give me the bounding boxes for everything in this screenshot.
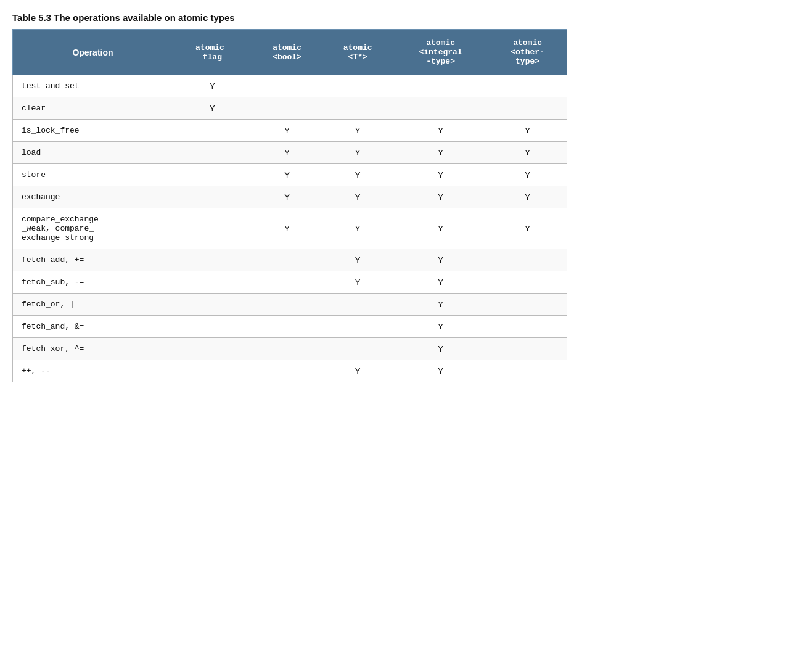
atomic_flag-cell	[173, 294, 252, 316]
atomic_bool-cell: Y	[252, 208, 322, 249]
atomic_other-cell	[488, 75, 567, 97]
operation-cell: compare_exchange_weak, compare_exchange_…	[13, 208, 173, 249]
operation-cell: fetch_sub, -=	[13, 271, 173, 294]
col-header-atomic-integral: atomic<integral-type>	[393, 30, 488, 75]
atomic_Tstar-cell	[322, 294, 393, 316]
table-row: ++, --YY	[13, 360, 567, 382]
atomic_other-cell: Y	[488, 142, 567, 164]
atomic_flag-cell: Y	[173, 75, 252, 97]
atomic_integral-cell: Y	[393, 142, 488, 164]
table-row: compare_exchange_weak, compare_exchange_…	[13, 208, 567, 249]
atomic_Tstar-cell: Y	[322, 360, 393, 382]
table-row: test_and_setY	[13, 75, 567, 97]
atomic_integral-cell: Y	[393, 360, 488, 382]
atomic_bool-cell	[252, 360, 322, 382]
atomic_Tstar-cell	[322, 75, 393, 97]
atomic_other-cell	[488, 316, 567, 338]
atomic_Tstar-cell: Y	[322, 249, 393, 271]
atomic_other-cell	[488, 249, 567, 271]
table-row: fetch_add, +=YY	[13, 249, 567, 271]
atomic_Tstar-cell	[322, 338, 393, 360]
atomic_other-cell	[488, 360, 567, 382]
atomic_bool-cell	[252, 294, 322, 316]
table-row: exchangeYYYY	[13, 186, 567, 208]
atomic_flag-cell	[173, 316, 252, 338]
atomic_flag-cell	[173, 208, 252, 249]
atomic_bool-cell: Y	[252, 186, 322, 208]
atomic_other-cell: Y	[488, 208, 567, 249]
atomic_bool-cell	[252, 316, 322, 338]
operation-cell: fetch_and, &=	[13, 316, 173, 338]
atomic_integral-cell: Y	[393, 120, 488, 142]
atomic_bool-cell	[252, 338, 322, 360]
atomic_integral-cell: Y	[393, 271, 488, 294]
atomic_flag-cell	[173, 120, 252, 142]
atomic_flag-cell	[173, 338, 252, 360]
atomic_other-cell: Y	[488, 164, 567, 186]
atomic_flag-cell: Y	[173, 97, 252, 120]
atomic_integral-cell: Y	[393, 186, 488, 208]
col-header-atomic-bool: atomic<bool>	[252, 30, 322, 75]
operation-cell: fetch_xor, ^=	[13, 338, 173, 360]
atomic_integral-cell: Y	[393, 338, 488, 360]
atomic_bool-cell	[252, 97, 322, 120]
atomic_integral-cell: Y	[393, 316, 488, 338]
atomic_bool-cell	[252, 75, 322, 97]
atomic_Tstar-cell	[322, 316, 393, 338]
table-row: storeYYYY	[13, 164, 567, 186]
col-header-atomic-flag: atomic_flag	[173, 30, 252, 75]
table-row: clearY	[13, 97, 567, 120]
atomic_flag-cell	[173, 186, 252, 208]
table-header-row: Operation atomic_flag atomic<bool> atomi…	[13, 30, 567, 75]
atomic_other-cell	[488, 338, 567, 360]
atomic_flag-cell	[173, 271, 252, 294]
atomic_other-cell	[488, 271, 567, 294]
atomic_bool-cell: Y	[252, 142, 322, 164]
atomic_flag-cell	[173, 142, 252, 164]
col-header-atomic-other: atomic<other-type>	[488, 30, 567, 75]
table-row: fetch_and, &=Y	[13, 316, 567, 338]
operation-cell: fetch_or, |=	[13, 294, 173, 316]
atomic_integral-cell: Y	[393, 294, 488, 316]
operations-table: Operation atomic_flag atomic<bool> atomi…	[12, 29, 567, 382]
atomic_integral-cell: Y	[393, 249, 488, 271]
atomic_integral-cell	[393, 75, 488, 97]
atomic_Tstar-cell: Y	[322, 208, 393, 249]
table-row: fetch_xor, ^=Y	[13, 338, 567, 360]
atomic_other-cell: Y	[488, 186, 567, 208]
atomic_integral-cell: Y	[393, 164, 488, 186]
col-header-operation: Operation	[13, 30, 173, 75]
atomic_Tstar-cell	[322, 97, 393, 120]
atomic_Tstar-cell: Y	[322, 271, 393, 294]
atomic_Tstar-cell: Y	[322, 120, 393, 142]
operation-cell: load	[13, 142, 173, 164]
operation-cell: fetch_add, +=	[13, 249, 173, 271]
table-row: fetch_sub, -=YY	[13, 271, 567, 294]
table-row: loadYYYY	[13, 142, 567, 164]
atomic_flag-cell	[173, 249, 252, 271]
atomic_bool-cell	[252, 271, 322, 294]
operation-cell: clear	[13, 97, 173, 120]
table-row: fetch_or, |=Y	[13, 294, 567, 316]
table-title: Table 5.3 The operations available on at…	[12, 12, 800, 23]
operation-cell: store	[13, 164, 173, 186]
operation-cell: ++, --	[13, 360, 173, 382]
atomic_Tstar-cell: Y	[322, 142, 393, 164]
atomic_bool-cell: Y	[252, 120, 322, 142]
operation-cell: exchange	[13, 186, 173, 208]
atomic_Tstar-cell: Y	[322, 164, 393, 186]
atomic_flag-cell	[173, 360, 252, 382]
operation-cell: is_lock_free	[13, 120, 173, 142]
col-header-atomic-tstar: atomic<T*>	[322, 30, 393, 75]
atomic_Tstar-cell: Y	[322, 186, 393, 208]
atomic_integral-cell: Y	[393, 208, 488, 249]
atomic_other-cell	[488, 294, 567, 316]
atomic_integral-cell	[393, 97, 488, 120]
table-row: is_lock_freeYYYY	[13, 120, 567, 142]
operation-cell: test_and_set	[13, 75, 173, 97]
atomic_other-cell	[488, 97, 567, 120]
atomic_bool-cell	[252, 249, 322, 271]
atomic_flag-cell	[173, 164, 252, 186]
atomic_other-cell: Y	[488, 120, 567, 142]
atomic_bool-cell: Y	[252, 164, 322, 186]
